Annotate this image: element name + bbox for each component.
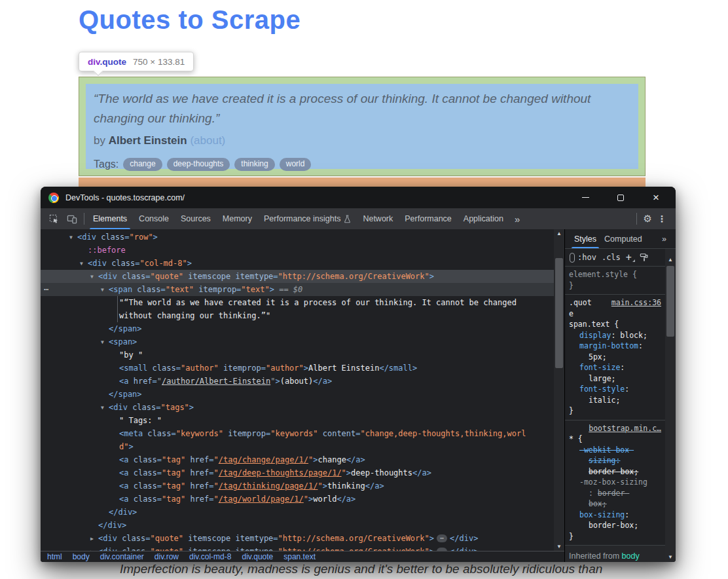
tree-row[interactable]: "“The world as we have created it is a p… [41,296,554,309]
expand-arrow-icon[interactable]: ▼ [101,284,109,297]
expand-arrow-icon[interactable]: ▼ [80,257,88,271]
breadcrumb-item[interactable]: div.col-md-8 [189,552,231,561]
tree-row[interactable]: ▼<div class="quote" itemscope itemtype="… [41,270,554,283]
style-line[interactable]: border-box; [569,466,661,477]
expand-arrow-icon[interactable]: ▶ [90,532,98,546]
style-line[interactable]: large; [569,373,661,384]
tree-row[interactable]: <a class="tag" href="/tag/change/page/1/… [41,453,554,466]
style-line[interactable]: main.css:36.quot [569,297,661,308]
tag-pill[interactable]: deep-thoughts [167,158,230,171]
style-line[interactable]: } [569,405,661,417]
style-line[interactable]: bootstrap.min.c… [569,423,661,434]
tree-row[interactable]: ⋯▼<span class="text" itemprop="text"> ==… [41,283,554,296]
style-line[interactable]: font-style: [569,384,661,395]
tab-sources[interactable]: Sources [175,208,217,229]
breadcrumb-item[interactable]: div.quote [242,552,273,561]
scroll-up-icon[interactable]: ▲ [554,231,564,236]
new-style-rule-button[interactable]: + [626,252,634,263]
tree-row[interactable]: <small class="author" itemprop="author">… [41,362,554,375]
more-sidebar-tabs-button[interactable]: » [658,229,670,248]
settings-button[interactable]: ⚙ [640,208,656,229]
style-line[interactable]: e [569,308,661,320]
breadcrumb-item[interactable]: div.container [100,552,144,561]
style-line[interactable]: margin-bottom: [569,341,661,352]
style-line[interactable]: -moz-box-sizing [569,477,661,488]
tree-row[interactable]: ▼<div class="tags"> [41,401,554,414]
tree-row[interactable]: <a class="tag" href="/tag/thinking/page/… [41,479,554,493]
device-toolbar-button[interactable] [63,208,81,229]
style-line[interactable]: -webkit-box- [569,445,661,456]
minimize-button[interactable] [573,190,597,206]
tree-row[interactable]: </span> [41,388,554,401]
breadcrumb-item[interactable]: div.row [155,552,179,561]
about-link[interactable]: (about) [190,134,225,147]
expand-arrow-icon[interactable]: ▼ [69,231,77,244]
style-line[interactable]: box; [569,498,661,510]
tree-row[interactable]: without changing our thinking.”" [41,309,554,322]
tree-row[interactable]: <a class="tag" href="/tag/world/page/1/"… [41,493,554,506]
tab-memory[interactable]: Memory [217,208,258,229]
tab-computed[interactable]: Computed [600,229,646,248]
tree-row[interactable]: ▼<div class="col-md-8"> [41,257,554,270]
inspect-element-button[interactable] [45,208,63,229]
tab-application[interactable]: Application [458,208,509,229]
tree-row[interactable]: ▼<span> [41,335,554,348]
tree-row[interactable]: <a class="tag" href="/tag/deep-thoughts/… [41,466,554,479]
style-line[interactable]: italic; [569,395,661,406]
devtools-menu-button[interactable]: ⋮ [656,208,672,229]
elements-scrollbar[interactable]: ▲ ▼ [554,229,564,551]
maximize-button[interactable] [609,190,632,206]
breadcrumb-item[interactable]: body [73,552,90,561]
tab-console[interactable]: Console [133,208,175,229]
toggle-element-state-button[interactable]: :hov [577,252,596,263]
tree-row[interactable]: "by " [41,348,554,362]
expand-arrow-icon[interactable]: ▶ [90,546,98,551]
style-line[interactable]: : border- [569,488,661,499]
devtools-titlebar[interactable]: DevTools - quotes.toscrape.com/ × [41,187,676,208]
tree-row[interactable]: ::before [41,244,554,257]
expand-arrow-icon[interactable]: ▼ [101,402,109,415]
style-line[interactable]: box-sizing: [569,510,661,521]
node-menu-icon[interactable]: ⋯ [44,283,48,296]
scroll-down-icon[interactable]: ▼ [665,554,676,560]
style-line[interactable]: } [569,531,661,542]
tree-row[interactable]: </div> [41,506,554,519]
style-line[interactable]: element.style { [569,269,661,280]
style-line[interactable]: font-size: [569,362,661,373]
scrollbar-thumb[interactable] [666,266,674,337]
tab-performance-insights[interactable]: Performance insights [258,208,357,229]
tab-performance[interactable]: Performance [399,208,458,229]
tree-row[interactable]: <a href="/author/Albert-Einstein">(about… [41,375,554,388]
page-title[interactable]: Quotes to Scrape [79,5,300,35]
breadcrumb-item[interactable]: span.text [283,552,316,561]
tree-row[interactable]: ▼<div class="row"> [41,231,554,244]
more-panels-button[interactable]: » [509,208,525,229]
style-line[interactable]: * { [569,434,661,445]
tree-row[interactable]: <meta class="keywords" itemprop="keyword… [41,427,554,440]
tree-row[interactable]: </div> [41,519,554,532]
tree-row[interactable]: </span> [41,322,554,335]
style-line[interactable]: border-box; [569,520,661,531]
tree-row[interactable]: d"> [41,440,554,453]
tab-styles[interactable]: Styles [570,229,600,248]
scroll-down-icon[interactable]: ▼ [554,544,564,550]
scroll-up-icon[interactable]: ▲ [665,257,676,263]
breadcrumb-item[interactable]: html [47,552,62,561]
style-line[interactable]: display: block; [569,330,661,341]
expand-arrow-icon[interactable]: ▼ [101,336,109,349]
expand-arrow-icon[interactable]: ▼ [90,271,98,284]
tree-row[interactable]: " Tags: " [41,414,554,427]
style-line[interactable]: 5px; [569,352,661,363]
tree-row[interactable]: ▶<div class="quote" itemscope itemtype="… [41,532,554,545]
inherited-body-link[interactable]: body [622,551,640,561]
style-line[interactable]: } [569,280,661,291]
tab-network[interactable]: Network [357,208,399,229]
element-classes-button[interactable]: .cls [602,252,621,263]
close-button[interactable]: × [644,190,668,206]
tag-pill[interactable]: change [123,158,162,171]
styles-scrollbar[interactable]: ▲ ▼ [665,249,676,562]
style-line[interactable]: sizing: [569,455,661,466]
tag-pill[interactable]: world [280,158,312,171]
paint-roller-icon[interactable] [640,253,649,262]
tab-elements[interactable]: Elements [87,208,133,229]
